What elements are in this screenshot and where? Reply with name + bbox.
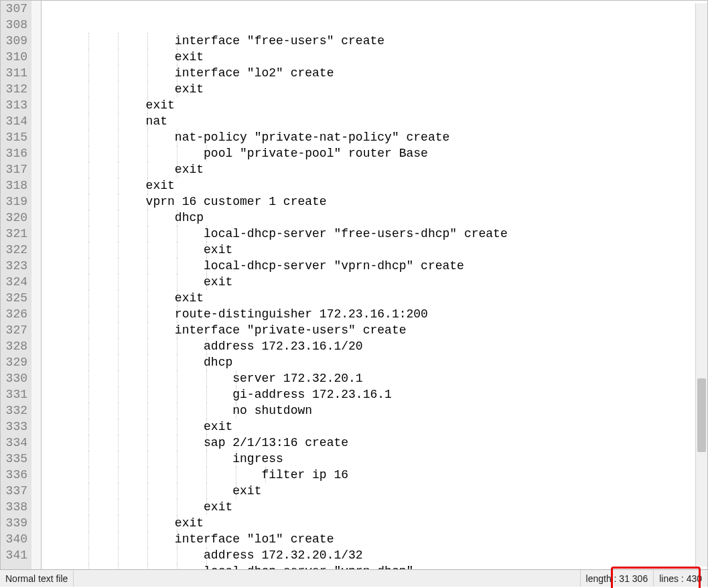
code-line[interactable]: local-dhcp-server "vprn-dhcp" (58, 563, 707, 569)
code-line[interactable]: dhcp (58, 210, 707, 226)
line-number: 339 (3, 515, 27, 531)
line-number: 326 (3, 306, 27, 322)
code-line[interactable]: interface "free-users" create (58, 33, 707, 49)
code-line[interactable]: local-dhcp-server "free-users-dhcp" crea… (58, 226, 707, 242)
code-text: interface "lo2" create (58, 66, 334, 80)
line-number: 318 (3, 177, 27, 194)
code-text: pool "private-pool" router Base (58, 147, 428, 160)
line-number: 340 (3, 531, 27, 547)
line-number: 334 (3, 435, 27, 451)
code-line[interactable]: vprn 16 customer 1 create (58, 194, 707, 210)
status-lines-text: lines : 430 (659, 573, 702, 584)
code-text: filter ip 16 (58, 468, 348, 482)
status-lines-cell: lines : 430 (654, 570, 708, 587)
code-text: exit (58, 420, 232, 433)
code-text: exit (58, 484, 261, 498)
line-number: 315 (3, 129, 27, 145)
code-text: interface "free-users" create (58, 34, 384, 48)
code-text: interface "private-users" create (58, 323, 406, 337)
code-text: ingress (58, 452, 283, 465)
code-line[interactable]: address 172.32.20.1/32 (58, 547, 707, 563)
code-text: gi-address 172.23.16.1 (58, 388, 392, 401)
code-text: dhcp (58, 356, 232, 369)
line-number: 328 (3, 338, 27, 354)
scrollbar-thumb[interactable] (697, 378, 706, 452)
code-text: no shutdown (58, 404, 312, 417)
line-number: 312 (3, 81, 27, 97)
code-line[interactable]: interface "lo1" create (58, 531, 707, 547)
line-number: 332 (3, 402, 27, 419)
code-line[interactable]: interface "private-users" create (58, 322, 707, 338)
code-line[interactable]: filter ip 16 (58, 467, 707, 483)
code-line[interactable]: interface "lo2" create (58, 65, 707, 81)
code-text: exit (58, 291, 204, 305)
line-number: 325 (3, 290, 27, 306)
line-number: 321 (3, 226, 27, 242)
code-text: address 172.23.16.1/20 (58, 340, 363, 353)
line-number: 341 (3, 547, 27, 563)
margin-strip (42, 1, 58, 569)
code-line[interactable]: gi-address 172.23.16.1 (58, 386, 707, 402)
line-number: 327 (3, 322, 27, 338)
editor-body: 3073083093103113123133143153163173183193… (1, 1, 707, 569)
code-text: exit (58, 50, 204, 64)
code-line[interactable]: address 172.23.16.1/20 (58, 338, 707, 354)
code-line[interactable]: exit (58, 177, 707, 194)
code-area[interactable]: interface "free-users" create exit inter… (58, 1, 707, 569)
line-number: 324 (3, 274, 27, 290)
fold-strip (31, 1, 42, 569)
line-number: 330 (3, 370, 27, 386)
code-line[interactable]: exit (58, 81, 707, 97)
code-text: local-dhcp-server "free-users-dhcp" crea… (58, 227, 508, 240)
code-line[interactable]: exit (58, 49, 707, 65)
line-number: 314 (3, 113, 27, 129)
code-text: vprn 16 customer 1 create (58, 195, 327, 208)
line-number: 309 (3, 33, 27, 49)
code-line[interactable]: no shutdown (58, 402, 707, 419)
code-line[interactable]: sap 2/1/13:16 create (58, 435, 707, 451)
code-line[interactable]: local-dhcp-server "vprn-dhcp" create (58, 258, 707, 274)
vertical-scrollbar[interactable] (695, 3, 707, 567)
code-line[interactable]: exit (58, 97, 707, 113)
line-number: 331 (3, 386, 27, 402)
line-number: 319 (3, 194, 27, 210)
code-line[interactable]: exit (58, 483, 707, 499)
line-number: 308 (3, 17, 27, 33)
line-number: 316 (3, 145, 27, 161)
code-text: sap 2/1/13:16 create (58, 436, 348, 449)
code-text: exit (58, 516, 204, 530)
code-text: route-distinguisher 172.23.16.1:200 (58, 307, 428, 321)
status-bar: Normal text file length : 31 306 lines :… (0, 569, 708, 587)
code-line[interactable]: dhcp (58, 354, 707, 370)
code-line[interactable]: server 172.32.20.1 (58, 370, 707, 386)
line-number: 317 (3, 161, 27, 177)
status-language-text: Normal text file (5, 573, 68, 584)
code-text: exit (58, 82, 204, 96)
code-line[interactable]: exit (58, 290, 707, 306)
line-number: 322 (3, 242, 27, 258)
code-line[interactable]: exit (58, 274, 707, 290)
code-line[interactable]: exit (58, 242, 707, 258)
line-number: 323 (3, 258, 27, 274)
code-line[interactable]: pool "private-pool" router Base (58, 145, 707, 161)
code-text: server 172.32.20.1 (58, 372, 363, 385)
code-line[interactable]: exit (58, 161, 707, 177)
code-text: nat (58, 115, 167, 128)
code-text: exit (58, 98, 175, 112)
line-number: 310 (3, 49, 27, 65)
code-text: dhcp (58, 211, 204, 224)
code-text: local-dhcp-server "vprn-dhcp" (58, 565, 413, 569)
line-number: 329 (3, 354, 27, 370)
code-line[interactable]: exit (58, 499, 707, 515)
code-text: interface "lo1" create (58, 532, 334, 546)
code-line[interactable]: exit (58, 515, 707, 531)
code-line[interactable]: ingress (58, 451, 707, 467)
code-line[interactable]: exit (58, 419, 707, 435)
line-number: 338 (3, 499, 27, 515)
code-line[interactable]: nat-policy "private-nat-policy" create (58, 129, 707, 145)
status-length-cell: length : 31 306 (580, 570, 654, 587)
code-line[interactable]: route-distinguisher 172.23.16.1:200 (58, 306, 707, 322)
code-line[interactable]: nat (58, 113, 707, 129)
line-number: 336 (3, 467, 27, 483)
line-number: 335 (3, 451, 27, 467)
